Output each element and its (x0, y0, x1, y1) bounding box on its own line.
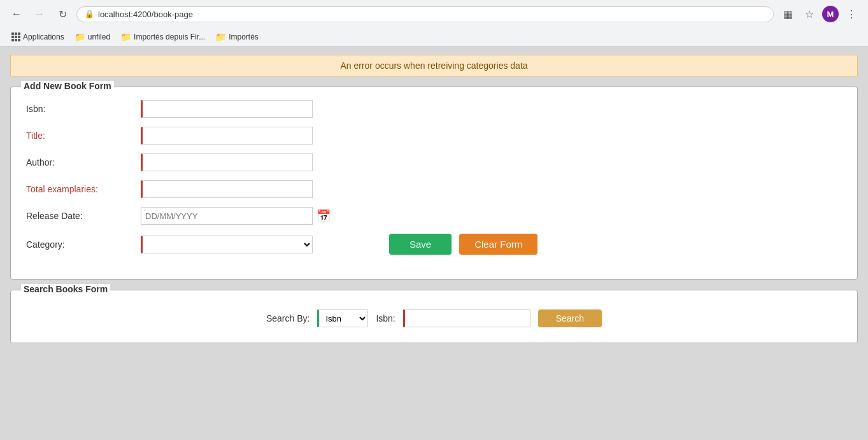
isbn-row: Isbn: (26, 100, 842, 118)
search-by-label: Search By: (266, 313, 309, 323)
url-text: localhost:4200/book-page (98, 10, 193, 19)
page-content: An error occurs when retreiving categori… (0, 47, 868, 436)
total-examplaries-label: Total examplaries: (26, 184, 141, 194)
category-select[interactable] (141, 236, 313, 253)
total-examplaries-input[interactable] (141, 180, 313, 198)
release-date-input[interactable] (141, 207, 313, 225)
bookmarks-bar: Applications 📁 unfiled 📁 Importés depuis… (0, 28, 868, 46)
add-form-legend: Add New Book Form (21, 81, 114, 91)
title-label: Title: (26, 131, 141, 141)
category-label: Category: (26, 239, 141, 250)
error-banner: An error occurs when retreiving categori… (10, 55, 858, 76)
search-button[interactable]: Search (538, 309, 602, 327)
total-examplaries-row: Total examplaries: (26, 180, 842, 198)
title-row: Title: (26, 127, 842, 145)
bookmark-apps[interactable]: Applications (8, 31, 68, 43)
browser-toolbar: ← → ↻ 🔒 localhost:4200/book-page ▦ ☆ M ⋮ (0, 0, 868, 28)
folder-icon: 📁 (75, 32, 85, 42)
search-by-select[interactable]: Isbn Title Author (317, 309, 368, 327)
bookmark-apps-label: Applications (23, 32, 64, 41)
clear-form-button[interactable]: Clear Form (459, 234, 537, 255)
date-wrapper: 📅 (141, 207, 331, 225)
address-bar[interactable]: 🔒 localhost:4200/book-page (76, 6, 774, 22)
search-form-legend: Search Books Form (21, 284, 110, 294)
search-isbn-label: Isbn: (376, 313, 395, 323)
isbn-label: Isbn: (26, 104, 141, 114)
folder-icon: 📁 (215, 32, 226, 42)
author-row: Author: (26, 153, 842, 171)
bookmark-importes-label: Importés (229, 32, 259, 41)
forward-button[interactable]: → (31, 5, 48, 23)
release-date-label: Release Date: (26, 211, 141, 221)
lock-icon: 🔒 (85, 10, 94, 18)
add-book-form-section: Add New Book Form Isbn: Title: Author: T… (10, 87, 858, 280)
browser-chrome: ← → ↻ 🔒 localhost:4200/book-page ▦ ☆ M ⋮… (0, 0, 868, 47)
menu-button[interactable]: ⋮ (843, 5, 860, 23)
save-button[interactable]: Save (389, 234, 452, 255)
calendar-icon[interactable]: 📅 (317, 209, 331, 223)
search-form-row: Search By: Isbn Title Author Isbn: Searc… (26, 309, 842, 327)
bookmark-button[interactable]: ☆ (800, 5, 818, 23)
author-label: Author: (26, 157, 141, 167)
bookmark-importes-fir-label: Importés depuis Fir... (134, 32, 205, 41)
error-message: An error occurs when retreiving categori… (340, 60, 527, 71)
search-books-form-section: Search Books Form Search By: Isbn Title … (10, 290, 858, 343)
cast-button[interactable]: ▦ (779, 5, 797, 23)
apps-icon (11, 32, 20, 41)
author-input[interactable] (141, 153, 313, 171)
bookmark-unfiled[interactable]: 📁 unfiled (71, 31, 114, 43)
avatar[interactable]: M (822, 6, 839, 22)
category-row: Category: Save Clear Form (26, 234, 842, 255)
folder-icon: 📁 (120, 32, 131, 42)
search-isbn-input[interactable] (403, 309, 530, 327)
bookmark-unfiled-label: unfiled (88, 32, 110, 41)
bookmark-importes-fir[interactable]: 📁 Importés depuis Fir... (117, 31, 209, 43)
form-buttons: Save Clear Form (389, 234, 537, 255)
browser-actions: ▦ ☆ M ⋮ (779, 5, 860, 23)
reload-button[interactable]: ↻ (53, 5, 71, 23)
bookmark-importes[interactable]: 📁 Importés (211, 31, 262, 43)
release-date-row: Release Date: 📅 (26, 207, 842, 225)
back-button[interactable]: ← (8, 5, 25, 23)
title-input[interactable] (141, 127, 313, 145)
isbn-input[interactable] (141, 100, 313, 118)
